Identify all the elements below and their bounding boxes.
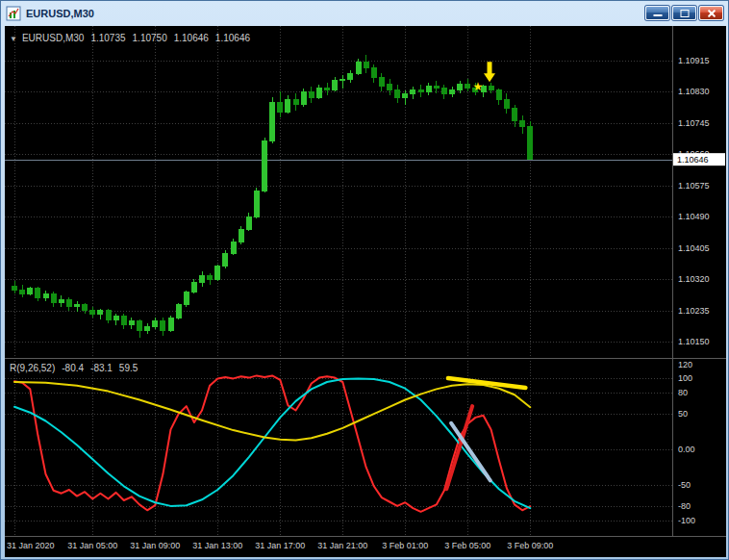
chart-client-area: ★1.109151.108301.107451.106601.105751.10… (5, 26, 726, 557)
candle-body (98, 311, 103, 315)
candle-body (66, 299, 71, 307)
price-axis-label: 1.10490 (678, 212, 710, 221)
price-axis-label: 1.10575 (678, 181, 710, 191)
window-title: EURUSD,M30 (26, 8, 94, 19)
candle-body (450, 90, 455, 94)
candle-body (20, 291, 25, 294)
candle-body (145, 327, 150, 331)
candle-body (356, 63, 361, 73)
window-controls (645, 6, 723, 20)
time-axis-label: 31 Jan 13:00 (192, 541, 242, 550)
indicator-line-red (14, 375, 530, 511)
price-axis-label: 1.10150 (678, 337, 710, 346)
indicator-line-yellow (14, 382, 530, 440)
candle-body (223, 253, 228, 266)
candle-body (51, 293, 56, 303)
price-axis-label: 1.10320 (678, 274, 710, 284)
chart-window: EURUSD,M30 ★1.109151.108301.107451.10660… (0, 0, 729, 560)
price-axis-label: 1.10915 (678, 56, 710, 65)
candle-body (403, 93, 408, 97)
candle-body (83, 305, 88, 311)
time-axis-label: 31 Jan 05:00 (67, 541, 117, 550)
candle-body (316, 89, 321, 98)
candle-body (301, 91, 306, 104)
candle-body (458, 85, 463, 90)
minimize-button[interactable] (645, 6, 669, 20)
indicator-scale-label: 50 (678, 409, 688, 419)
candle-body (246, 216, 251, 229)
candle-body (161, 321, 165, 331)
candle-body (231, 242, 236, 253)
candle-body (286, 99, 290, 112)
candle-body (200, 275, 205, 283)
indicator-scale-label: 120 (678, 360, 692, 369)
candle-body (418, 90, 423, 92)
minimize-icon (653, 14, 662, 16)
candle-body (208, 275, 213, 279)
candle-body (348, 73, 353, 79)
price-axis-label: 1.10405 (678, 243, 710, 253)
indicator-scale-label: -50 (678, 480, 691, 490)
candle-body (153, 321, 158, 327)
candle-body (239, 230, 243, 242)
indicator-line-cyan (14, 378, 530, 508)
candle-body (513, 109, 517, 121)
candle-body (426, 87, 431, 92)
candle-body (520, 121, 525, 127)
candle-body (270, 103, 275, 141)
bid-price-tag-text: 1.10646 (677, 155, 709, 165)
chart-canvas[interactable]: ★1.109151.108301.107451.106601.105751.10… (5, 26, 726, 557)
indicator-scale-label: -100 (678, 516, 695, 525)
candle-body (309, 91, 314, 97)
indicator-scale-label: 100 (678, 373, 692, 383)
candle-body (75, 305, 80, 307)
price-axis-label: 1.10745 (678, 118, 710, 128)
time-axis-label: 3 Feb 09:00 (507, 541, 553, 550)
candle-body (278, 103, 283, 113)
candle-body (441, 89, 446, 94)
candle-body (333, 81, 338, 90)
time-axis-label: 3 Feb 01:00 (382, 541, 428, 550)
candle-body (13, 287, 17, 291)
candle-body (364, 63, 368, 68)
candle-body (129, 321, 134, 325)
candle-body (176, 305, 181, 318)
candle-body (388, 85, 392, 90)
candle-body (138, 321, 142, 331)
candle-body (90, 311, 95, 315)
star-annotation: ★ (472, 80, 483, 93)
candle-body (254, 191, 259, 216)
candle-body (528, 127, 533, 160)
close-button[interactable] (699, 6, 723, 20)
candle-body (489, 87, 493, 90)
restore-icon (680, 10, 689, 17)
time-axis-label: 31 Jan 09:00 (130, 541, 180, 550)
candle-body (121, 316, 126, 325)
candle-body (395, 90, 400, 98)
candle-body (263, 141, 267, 191)
time-axis-label: 3 Feb 05:00 (444, 541, 490, 550)
candle-body (504, 99, 509, 109)
candle-body (325, 89, 330, 90)
time-axis-label: 31 Jan 21:00 (317, 541, 367, 550)
candle-body (191, 283, 196, 293)
candle-body (371, 68, 376, 78)
chart-window-icon (6, 6, 21, 21)
candle-body (168, 318, 173, 330)
candle-body (496, 90, 501, 100)
restore-button[interactable] (672, 6, 696, 20)
candle-body (113, 316, 118, 319)
title-bar[interactable]: EURUSD,M30 (1, 1, 728, 25)
indicator-scale-label: 80 (678, 388, 688, 397)
candle-body (43, 293, 48, 297)
price-axis-label: 1.10235 (678, 306, 710, 316)
candle-body (59, 299, 63, 303)
candle-body (379, 77, 384, 87)
candle-body (28, 289, 33, 294)
candle-body (184, 292, 189, 304)
time-axis-label: 31 Jan 17:00 (255, 541, 305, 550)
candle-body (340, 79, 345, 81)
arrow-down-annotation[interactable] (484, 62, 495, 82)
indicator-scale-label: 0.00 (678, 445, 695, 454)
candle-body (36, 289, 40, 298)
